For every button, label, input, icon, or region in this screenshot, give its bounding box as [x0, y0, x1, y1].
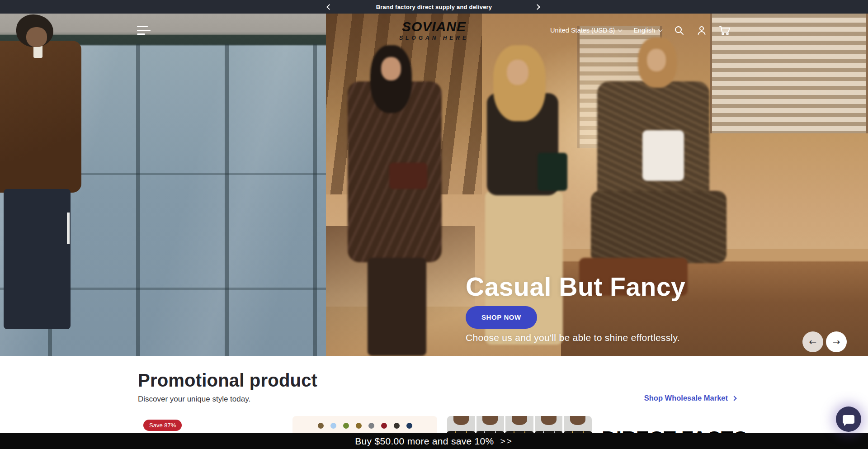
- carousel-next-button[interactable]: →: [826, 331, 847, 352]
- model-woman3-bag: [642, 130, 684, 181]
- shop-wholesale-link[interactable]: Shop Wholesale Market: [644, 394, 736, 402]
- country-selector[interactable]: United States (USD $): [550, 27, 622, 34]
- site-header: SOVIANE SLOGAN HERE United States (USD $…: [0, 19, 868, 42]
- announcement-bar: Brand factory direct supply and delivery: [0, 0, 868, 14]
- hero-carousel: SOVIANE SLOGAN HERE United States (USD $…: [0, 14, 868, 356]
- section-title: Promotional product: [138, 370, 317, 391]
- arrow-left-icon: ←: [809, 336, 817, 347]
- color-swatch[interactable]: [368, 423, 374, 429]
- chevron-right-icon: [534, 4, 540, 10]
- hamburger-icon: [137, 26, 148, 27]
- user-icon: [696, 25, 707, 36]
- announcement-prev-button[interactable]: [321, 0, 337, 14]
- facade-mullion: [225, 44, 229, 356]
- search-icon: [674, 25, 684, 36]
- hero-image-left: [0, 14, 326, 356]
- carousel-prev-button[interactable]: ←: [802, 331, 823, 352]
- color-swatch[interactable]: [406, 423, 412, 429]
- account-button[interactable]: [696, 25, 707, 36]
- cart-savings-bar[interactable]: Buy $50.00 more and save 10% >>: [0, 433, 868, 449]
- shop-now-button[interactable]: SHOP NOW: [466, 306, 537, 329]
- header-utilities: United States (USD $) English: [550, 25, 731, 36]
- logo-title: SOVIANE: [399, 20, 469, 33]
- announcement-text: Brand factory direct supply and delivery: [376, 4, 492, 10]
- facade-mullion: [313, 44, 317, 356]
- model-woman1-legs: [368, 258, 426, 356]
- hero-slide-content: Casual But Fancy SHOP NOW Choose us and …: [466, 274, 685, 343]
- model-man-pants: [4, 189, 71, 329]
- search-button[interactable]: [674, 25, 684, 36]
- model-woman3-face: [647, 49, 666, 71]
- model-man-detail: [67, 213, 70, 244]
- store-logo[interactable]: SOVIANE SLOGAN HERE: [399, 20, 469, 41]
- hero-headline: Casual But Fancy: [466, 274, 685, 301]
- chevron-down-icon: [658, 27, 663, 32]
- color-swatch[interactable]: [394, 423, 400, 429]
- shop-wholesale-label: Shop Wholesale Market: [644, 394, 728, 402]
- menu-hamburger-button[interactable]: [137, 26, 151, 35]
- chevron-left-icon: [326, 4, 332, 10]
- chat-widget-button[interactable]: [836, 406, 861, 432]
- color-swatch[interactable]: [343, 423, 349, 429]
- logo-subtitle: SLOGAN HERE: [399, 35, 469, 41]
- model-man-jacket: [0, 41, 81, 193]
- carousel-nav: ← →: [802, 331, 847, 352]
- color-swatch[interactable]: [318, 423, 324, 429]
- color-swatch[interactable]: [356, 423, 362, 429]
- model-woman3-skirt: [591, 191, 726, 263]
- model-woman2-face: [507, 60, 528, 85]
- model-woman1-bag: [389, 163, 427, 189]
- section-subtitle: Discover your unique style today.: [138, 395, 250, 404]
- facade-mullion: [136, 44, 140, 356]
- double-arrow-icon: >>: [500, 436, 513, 446]
- language-selector[interactable]: English: [633, 27, 662, 34]
- country-selector-label: United States (USD $): [550, 27, 615, 34]
- cart-button[interactable]: [719, 25, 731, 36]
- color-swatch[interactable]: [381, 423, 387, 429]
- cart-icon: [719, 25, 731, 36]
- swatch-row: [292, 423, 437, 429]
- savings-text: Buy $50.00 more and save 10%: [355, 436, 494, 447]
- chevron-right-icon: [731, 396, 736, 401]
- model-woman1-face: [381, 57, 401, 80]
- model-woman2-bag: [538, 153, 567, 191]
- sale-badge: Save 87%: [143, 420, 182, 431]
- announcement-next-button[interactable]: [529, 0, 545, 14]
- arrow-right-icon: →: [833, 336, 840, 347]
- language-selector-label: English: [633, 27, 655, 34]
- chevron-down-icon: [618, 27, 623, 32]
- chat-bubble-icon: [843, 415, 854, 424]
- color-swatch[interactable]: [330, 423, 336, 429]
- hero-subtitle: Choose us and you'll be able to shine ef…: [466, 332, 685, 343]
